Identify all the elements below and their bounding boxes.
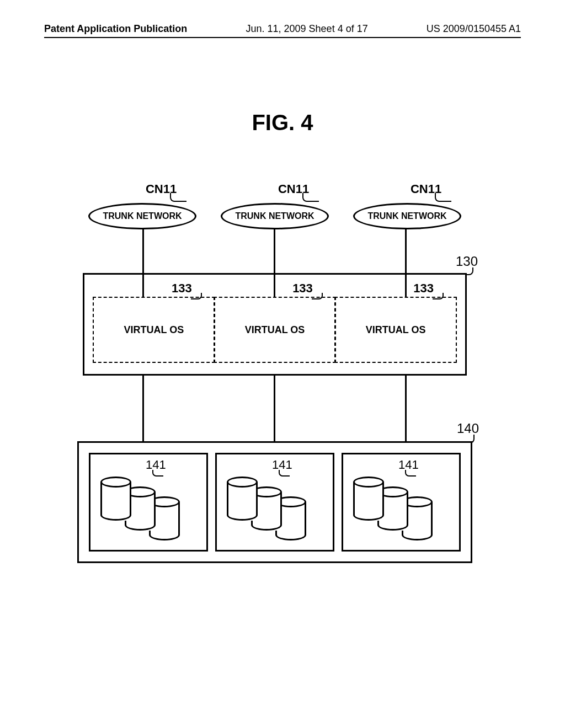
- virtual-os-label: VIRTUAL OS: [366, 324, 426, 336]
- connector-line: [142, 374, 144, 441]
- page-header: Patent Application Publication Jun. 11, …: [44, 23, 521, 38]
- virtual-os-ref: 133: [292, 281, 313, 296]
- box-140-ref: 140: [457, 421, 479, 436]
- storage-group: 141: [89, 453, 208, 552]
- virtual-os-ref: 133: [172, 281, 192, 296]
- storage-cylinder-icon: [100, 477, 131, 521]
- header-left: Patent Application Publication: [44, 23, 187, 35]
- leader-line: [435, 193, 451, 202]
- leader-line: [152, 470, 163, 477]
- connector-line: [274, 374, 275, 441]
- trunk-network-item: CN11 TRUNK NETWORK: [353, 182, 463, 237]
- virtual-os-box: 133 VIRTUAL OS: [214, 297, 336, 363]
- connector-line: [405, 229, 407, 274]
- storage-cylinder-icon: [353, 477, 384, 521]
- virtual-os-box: 133 VIRTUAL OS: [334, 297, 457, 363]
- connector-line: [142, 229, 144, 274]
- trunk-network-item: CN11 TRUNK NETWORK: [221, 182, 331, 237]
- trunk-network-row: CN11 TRUNK NETWORK CN11 TRUNK NETWORK CN…: [83, 182, 469, 237]
- box-130-ref: 130: [456, 254, 478, 269]
- leader-line: [302, 193, 319, 202]
- leader-line: [191, 293, 202, 299]
- trunk-network-cloud: TRUNK NETWORK: [221, 203, 329, 229]
- connector-line: [274, 229, 275, 274]
- header-center: Jun. 11, 2009 Sheet 4 of 17: [246, 23, 368, 35]
- header-right: US 2009/0150455 A1: [427, 23, 521, 35]
- leader-line: [405, 470, 416, 477]
- storage-host-box: 141 141 141: [77, 441, 472, 563]
- connector-line: [405, 275, 407, 297]
- architecture-diagram: CN11 TRUNK NETWORK CN11 TRUNK NETWORK CN…: [83, 182, 469, 568]
- virtual-os-row: 133 VIRTUAL OS 133 VIRTUAL OS 133 VIRTUA…: [93, 297, 457, 363]
- virtual-os-label: VIRTUAL OS: [245, 324, 305, 336]
- connector-line: [274, 275, 275, 297]
- leader-line: [279, 470, 290, 477]
- virtual-os-host-box: 133 VIRTUAL OS 133 VIRTUAL OS 133 VIRTUA…: [83, 273, 467, 376]
- trunk-ref-label: CN11: [238, 182, 349, 196]
- figure-title: FIG. 4: [0, 110, 565, 135]
- trunk-ref-label: CN11: [371, 182, 481, 196]
- trunk-ref-label: CN11: [106, 182, 216, 196]
- storage-group: 141: [342, 453, 461, 552]
- storage-cylinder-icon: [227, 477, 258, 521]
- storage-group: 141: [215, 453, 334, 552]
- trunk-network-cloud: TRUNK NETWORK: [88, 203, 196, 229]
- virtual-os-ref: 133: [413, 281, 434, 296]
- storage-row: 141 141 141: [79, 443, 471, 561]
- leader-line: [170, 193, 186, 202]
- leader-line: [312, 293, 323, 299]
- leader-line: [433, 293, 444, 299]
- virtual-os-label: VIRTUAL OS: [124, 324, 184, 336]
- trunk-network-cloud: TRUNK NETWORK: [353, 203, 461, 229]
- connector-line: [142, 275, 144, 297]
- connector-line: [405, 374, 407, 441]
- virtual-os-box: 133 VIRTUAL OS: [93, 297, 215, 363]
